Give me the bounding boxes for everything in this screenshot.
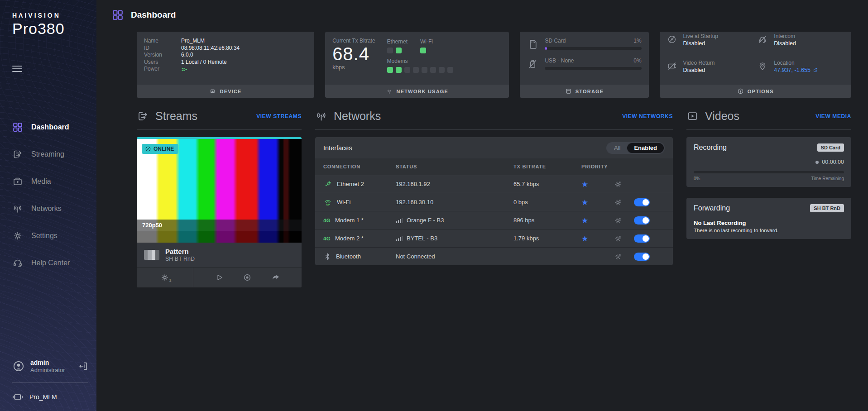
filter-all[interactable]: All [607, 143, 627, 153]
live-startup-label: Live at Startup [683, 33, 718, 39]
logout-icon[interactable] [78, 361, 88, 371]
interface-bitrate: 1.79 kbps [513, 235, 581, 242]
config-gear-icon[interactable] [614, 180, 622, 188]
config-gear-icon[interactable] [614, 216, 622, 225]
device-users-label: Users [144, 59, 181, 66]
col-priority: PRIORITY [581, 164, 607, 169]
interfaces-panel: Interfaces All Enabled CONNECTION STATUS… [315, 137, 673, 265]
usage-cell-off [387, 48, 393, 53]
usage-cell-off [447, 67, 453, 73]
col-connection: CONNECTION [323, 164, 396, 169]
config-gear-icon[interactable] [614, 253, 622, 261]
tx-bitrate-value: 68.4 [332, 44, 375, 64]
networks-antenna-icon [12, 203, 23, 214]
interface-name: Ethernet 2 [337, 181, 364, 187]
streams-icon [137, 110, 149, 122]
4g-label: 4G [323, 236, 331, 241]
gear-icon [160, 273, 169, 282]
recording-percent: 0% [694, 176, 700, 181]
interface-toggle[interactable] [634, 216, 650, 225]
sidebar: HΛIVISION Pro380 Dashboard Streaming [0, 0, 96, 411]
priority-star-icon[interactable]: ★ [581, 198, 607, 207]
priority-star-icon[interactable]: ★ [581, 234, 607, 243]
recording-dot-icon [815, 161, 819, 164]
interface-toggle[interactable] [634, 253, 650, 261]
user-name: admin [30, 359, 73, 366]
usb-progress [545, 67, 641, 70]
stream-status-label: ONLINE [153, 146, 174, 152]
stream-card[interactable]: ONLINE 720p50 Pattern SH BT RnD [137, 137, 302, 287]
intercom-label: Intercom [774, 33, 796, 39]
user-row[interactable]: admin Administrator [12, 359, 88, 373]
ethernet-label: Ethernet [387, 38, 408, 45]
hamburger-menu-icon[interactable] [12, 64, 22, 74]
stream-status-badge: ONLINE [142, 144, 178, 154]
view-media-link[interactable]: VIEW MEDIA [815, 113, 851, 119]
sidebar-item-help-center[interactable]: Help Center [0, 249, 96, 277]
forward-button[interactable] [271, 273, 280, 282]
device-name-row[interactable]: Pro_MLM [12, 393, 88, 401]
recording-title: Recording [694, 143, 727, 152]
interface-row-wifi[interactable]: AP Wi-Fi 192.168.30.10 0 bps ★ [315, 193, 673, 211]
interface-row-ethernet2[interactable]: Ethernet 2 192.168.1.92 65.7 kbps ★ [315, 175, 673, 193]
interface-row-bluetooth[interactable]: Bluetooth Not Connected [315, 247, 673, 265]
recording-target-badge: SD Card [817, 143, 844, 152]
usage-cell-on [396, 48, 402, 53]
options-card-footer[interactable]: OPTIONS [660, 85, 851, 98]
wifi-label: Wi-Fi [420, 38, 433, 45]
device-card-footer[interactable]: DEVICE [137, 85, 314, 98]
usage-cell-off [422, 67, 427, 73]
sidebar-item-label: Settings [31, 232, 58, 240]
col-status: STATUS [396, 164, 513, 169]
stream-settings-button[interactable]: 1 [137, 268, 193, 287]
sd-card-label: SD Card [545, 38, 566, 44]
interface-toggle[interactable] [634, 198, 650, 206]
sidebar-item-settings[interactable]: Settings [0, 222, 96, 249]
storage-card: SD Card 1% USB - None [520, 32, 648, 98]
antenna-icon [386, 88, 393, 95]
view-networks-link[interactable]: VIEW NETWORKS [622, 113, 673, 119]
usb-row: USB - None 0% [527, 57, 641, 70]
network-usage-card: Current Tx Bitrate 68.4 kbps Ethernet Wi… [325, 32, 509, 98]
location-link[interactable]: 47.937, -1.655 [774, 67, 818, 73]
signal-bars-icon [396, 235, 403, 242]
device-power-label: Power [144, 66, 181, 73]
sidebar-item-media[interactable]: Media [0, 168, 96, 195]
brand-logo: HΛIVISION Pro380 [0, 12, 96, 38]
record-button[interactable] [243, 273, 252, 282]
stream-thumbnail[interactable]: ONLINE 720p50 [137, 137, 302, 243]
filter-enabled[interactable]: Enabled [627, 143, 664, 153]
interface-status: 192.168.30.10 [396, 199, 513, 206]
col-tx-bitrate: TX BITRATE [513, 164, 581, 169]
sidebar-divider [12, 382, 88, 383]
interface-name: Modem 1 * [335, 217, 364, 224]
info-icon [737, 88, 744, 95]
interface-row-modem1[interactable]: 4G Modem 1 * Orange F - B3 896 bps ★ [315, 211, 673, 229]
video-play-icon [686, 110, 699, 122]
storage-card-footer[interactable]: STORAGE [520, 85, 648, 98]
sidebar-item-label: Media [31, 177, 51, 186]
config-gear-icon[interactable] [614, 198, 622, 206]
view-streams-link[interactable]: VIEW STREAMS [256, 113, 302, 119]
play-button[interactable] [215, 273, 224, 282]
sidebar-item-streaming[interactable]: Streaming [0, 141, 96, 168]
avatar-icon [12, 360, 25, 373]
location-label: Location [774, 60, 818, 66]
sd-card-progress [545, 47, 641, 50]
sidebar-item-dashboard[interactable]: Dashboard [0, 114, 96, 141]
modems-label: Modems [387, 58, 453, 64]
sidebar-item-label: Streaming [31, 150, 64, 158]
config-gear-icon[interactable] [614, 234, 622, 243]
sidebar-item-label: Dashboard [31, 123, 69, 131]
interface-toggle[interactable] [634, 234, 650, 243]
device-id-label: ID [144, 45, 181, 52]
network-usage-card-footer[interactable]: NETWORK USAGE [325, 85, 509, 98]
priority-star-icon[interactable]: ★ [581, 216, 607, 225]
sidebar-item-networks[interactable]: Networks [0, 195, 96, 222]
interface-row-modem2[interactable]: 4G Modem 2 * BYTEL - B3 1.79 kbps ★ [315, 229, 673, 247]
interface-name: Modem 2 * [335, 235, 364, 242]
video-return-value: Disabled [683, 67, 715, 73]
video-return-disabled-icon [667, 61, 677, 71]
intercom-disabled-icon [758, 34, 767, 44]
priority-star-icon[interactable]: ★ [581, 180, 607, 189]
